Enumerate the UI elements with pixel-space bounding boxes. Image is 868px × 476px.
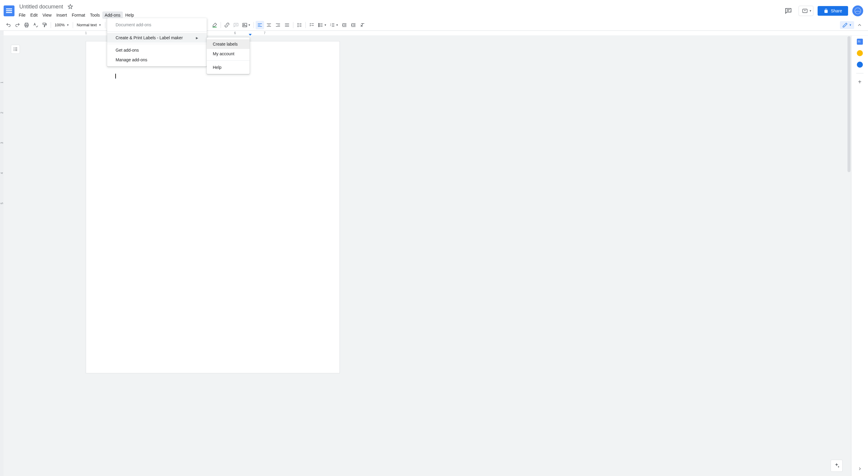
zoom-value: 100%	[55, 23, 65, 27]
vertical-ruler[interactable]: 12345	[0, 36, 4, 476]
print-button[interactable]	[22, 21, 31, 29]
vertical-scrollbar[interactable]	[847, 36, 851, 476]
undo-button[interactable]	[4, 21, 13, 29]
chevron-down-icon: ▼	[248, 24, 251, 27]
ruler-mark: 6	[234, 31, 236, 35]
hide-side-panel-button[interactable]	[851, 463, 868, 475]
page[interactable]	[86, 41, 340, 373]
menu-file[interactable]: File	[16, 11, 28, 19]
text-cursor	[115, 74, 116, 79]
ruler-corner	[0, 31, 4, 35]
increase-indent-button[interactable]	[349, 21, 358, 29]
document-title[interactable]: Untitled document	[18, 3, 65, 10]
ruler-mark: 3	[0, 142, 4, 144]
insert-image-button[interactable]: ▼	[241, 21, 252, 29]
clear-formatting-button[interactable]	[358, 21, 367, 29]
show-outline-button[interactable]	[11, 45, 20, 54]
separator	[107, 44, 207, 44]
submenu-my-account[interactable]: My account	[207, 49, 250, 59]
separator	[51, 22, 51, 28]
chevron-down-icon: ▼	[336, 24, 338, 27]
menu-addons[interactable]: Add-ons	[102, 11, 123, 19]
ruler-mark: 4	[0, 172, 4, 174]
submenu-help[interactable]: Help	[207, 62, 250, 72]
keep-icon[interactable]	[857, 50, 863, 56]
highlight-color-button[interactable]	[210, 21, 219, 29]
share-button[interactable]: Share	[817, 6, 848, 16]
addons-manage-addons-item[interactable]: Manage add-ons	[107, 55, 207, 65]
add-comment-button[interactable]	[232, 21, 240, 29]
item-label: Create & Print Labels - Label maker	[116, 35, 183, 40]
header-bar: Untitled document File Edit View Insert …	[0, 0, 868, 19]
zoom-select[interactable]: 100% ▼	[53, 21, 71, 29]
align-left-button[interactable]	[256, 21, 264, 29]
chevron-down-icon: ▼	[324, 24, 327, 27]
menu-view[interactable]: View	[40, 11, 54, 19]
menu-edit[interactable]: Edit	[28, 11, 40, 19]
ruler-mark: 1	[85, 31, 87, 35]
separator	[107, 31, 207, 32]
style-select[interactable]: Normal text ▼	[75, 21, 103, 29]
present-button[interactable]: ▼	[799, 6, 813, 16]
paint-format-button[interactable]	[40, 21, 49, 29]
svg-rect-10	[243, 23, 247, 27]
docs-logo-icon	[4, 5, 14, 16]
checklist-button[interactable]	[308, 21, 316, 29]
chevron-down-icon: ▼	[849, 24, 852, 27]
editing-mode-button[interactable]: ▼	[840, 21, 854, 29]
numbered-list-button[interactable]: 12 ▼	[329, 21, 340, 29]
share-label: Share	[831, 8, 842, 13]
calendar-icon[interactable]	[857, 39, 863, 45]
svg-point-29	[319, 23, 320, 24]
svg-rect-7	[43, 23, 45, 25]
menu-format[interactable]: Format	[69, 11, 88, 19]
tasks-icon[interactable]	[857, 62, 863, 68]
separator	[253, 22, 254, 28]
header-right: ▼ Share	[782, 2, 863, 19]
pencil-icon	[842, 22, 848, 28]
align-center-button[interactable]	[265, 21, 273, 29]
star-icon[interactable]	[67, 4, 73, 10]
insert-link-button[interactable]	[223, 21, 231, 29]
style-value: Normal text	[77, 23, 97, 27]
comments-button[interactable]	[782, 5, 794, 17]
account-avatar[interactable]	[852, 5, 863, 16]
menu-help[interactable]: Help	[123, 11, 136, 19]
submenu-create-labels[interactable]: Create labels	[207, 39, 250, 49]
svg-point-30	[319, 25, 320, 25]
explore-button[interactable]	[831, 460, 843, 472]
addons-get-addons-item[interactable]: Get add-ons	[107, 45, 207, 55]
label-maker-submenu: Create labels My account Help	[207, 37, 250, 74]
chevron-down-icon: ▼	[809, 9, 812, 12]
separator	[73, 22, 73, 28]
align-right-button[interactable]	[274, 21, 282, 29]
scrollbar-thumb[interactable]	[847, 36, 850, 172]
get-addons-icon[interactable]: +	[857, 79, 863, 85]
menu-tools[interactable]: Tools	[88, 11, 102, 19]
separator	[305, 22, 306, 28]
hide-menus-button[interactable]	[855, 21, 864, 29]
align-justify-button[interactable]	[283, 21, 291, 29]
lock-icon	[824, 8, 829, 13]
chevron-down-icon: ▼	[99, 24, 101, 27]
redo-button[interactable]	[13, 21, 22, 29]
chevron-right-icon: ▶	[196, 36, 198, 39]
separator	[856, 73, 864, 73]
side-panel: +	[851, 36, 868, 476]
addons-dropdown: Document add-ons Create & Print Labels -…	[107, 18, 207, 66]
ruler-mark: 7	[264, 31, 266, 35]
separator	[105, 22, 105, 28]
bulleted-list-button[interactable]: ▼	[317, 21, 328, 29]
decrease-indent-button[interactable]	[340, 21, 349, 29]
document-canvas[interactable]	[4, 36, 847, 476]
spellcheck-button[interactable]	[31, 21, 40, 29]
toolbar-right: ▼	[840, 21, 864, 29]
menu-insert[interactable]: Insert	[54, 11, 69, 19]
title-area: Untitled document File Edit View Insert …	[18, 2, 136, 19]
svg-text:2: 2	[330, 25, 331, 26]
main-area: 12345 +	[0, 36, 868, 476]
separator	[207, 60, 250, 61]
line-spacing-button[interactable]	[295, 21, 304, 29]
docs-home-button[interactable]	[3, 2, 15, 18]
addons-label-maker-item[interactable]: Create & Print Labels - Label maker ▶	[107, 33, 207, 42]
